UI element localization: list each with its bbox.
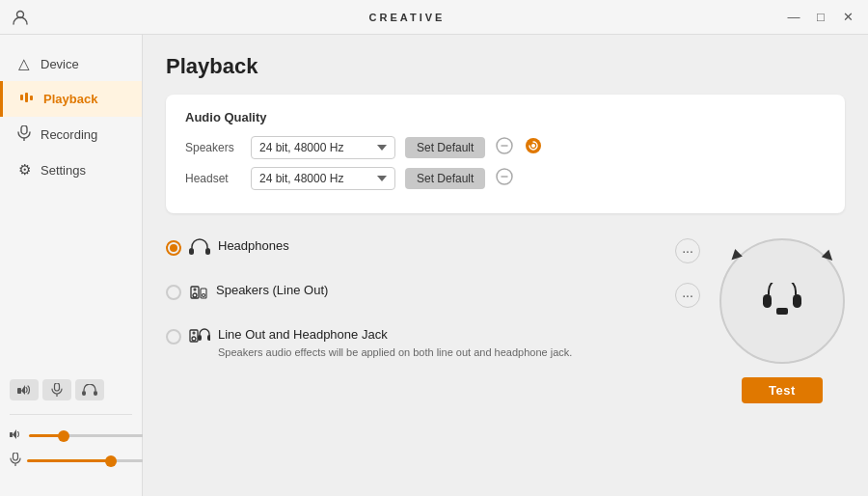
svg-rect-6	[17, 388, 21, 394]
sidebar-label-playback: Playback	[43, 92, 97, 106]
sidebar-item-recording[interactable]: Recording	[0, 117, 142, 152]
svg-point-29	[193, 332, 195, 334]
speakers-active-icon[interactable]	[524, 136, 543, 159]
speaker-center-icon	[761, 283, 803, 319]
headphones-device-name: Headphones	[218, 238, 667, 253]
svg-rect-20	[189, 248, 194, 255]
output-icon-btn[interactable]	[10, 379, 39, 400]
arrow-top-left-icon: ◀	[725, 246, 744, 264]
lineout-headphone-device-desc: Speakers audio effects will be applied o…	[218, 345, 700, 360]
svg-rect-33	[793, 294, 801, 308]
sidebar-label-recording: Recording	[41, 127, 97, 142]
svg-point-23	[193, 293, 197, 297]
headphones-radio[interactable]	[166, 240, 181, 256]
mic-volume-row: 69%	[10, 453, 132, 469]
speakers-quality-row: Speakers 24 bit, 48000 Hz 16 bit, 44100 …	[185, 136, 826, 159]
speakers-quality-select[interactable]: 24 bit, 48000 Hz 16 bit, 44100 Hz 24 bit…	[251, 136, 395, 159]
sidebar-label-device: Device	[41, 57, 79, 71]
headphones-name-wrap: Headphones	[218, 238, 667, 253]
svg-rect-9	[82, 391, 86, 396]
svg-point-28	[192, 337, 196, 341]
profile-button[interactable]	[12, 9, 29, 26]
headphones-device-icon	[189, 238, 210, 261]
audio-quality-title: Audio Quality	[185, 110, 826, 124]
svg-rect-34	[776, 308, 788, 315]
speaker-circle-wrap: ◀ ▶	[719, 238, 845, 364]
headset-set-default-button[interactable]: Set Default	[405, 168, 485, 189]
sidebar-item-device[interactable]: △ Device	[0, 46, 142, 81]
svg-point-26	[203, 294, 205, 297]
speakers-lineout-device-icon	[189, 283, 208, 307]
maximize-button[interactable]: □	[812, 9, 829, 26]
headphones-device-item[interactable]: Headphones ···	[166, 229, 700, 273]
svg-rect-32	[763, 294, 772, 308]
svg-rect-12	[14, 453, 18, 460]
lineout-headphone-device-icon	[189, 327, 210, 351]
speakers-lineout-device-item[interactable]: Speakers (Line Out) ···	[166, 273, 700, 317]
headphone-icon-btn[interactable]	[75, 379, 104, 400]
headphones-more-button[interactable]: ···	[675, 238, 700, 263]
device-section: Headphones ···	[166, 229, 845, 403]
main-content: Playback Audio Quality Speakers 24 bit, …	[143, 35, 868, 496]
svg-rect-3	[30, 96, 33, 100]
svg-point-17	[531, 144, 535, 148]
sidebar-bottom: 26% 69%	[0, 370, 142, 484]
headset-quality-select[interactable]: 24 bit, 48000 Hz 16 bit, 44100 Hz 24 bit…	[251, 167, 395, 190]
audio-quality-card: Audio Quality Speakers 24 bit, 48000 Hz …	[166, 95, 845, 213]
svg-rect-11	[10, 432, 13, 437]
title-bar: CREATIVE — □ ✕	[0, 0, 868, 35]
window-controls: — □ ✕	[785, 9, 856, 26]
svg-point-24	[194, 289, 196, 290]
speaker-volume-icon	[10, 428, 23, 443]
mic-icon-btn[interactable]	[42, 379, 71, 400]
speakers-label: Speakers	[185, 141, 241, 154]
page-title: Playback	[166, 54, 845, 79]
svg-rect-10	[94, 391, 97, 396]
svg-rect-21	[205, 248, 210, 255]
headset-status-icon[interactable]	[495, 167, 514, 190]
title-bar-left	[12, 9, 29, 26]
lineout-headphone-device-name: Line Out and Headphone Jack	[218, 327, 700, 342]
device-list: Headphones ···	[166, 229, 700, 403]
speaker-circle: ◀ ▶	[719, 238, 845, 364]
icon-button-row	[10, 379, 132, 400]
lineout-headphone-device-item[interactable]: Line Out and Headphone Jack Speakers aud…	[166, 317, 700, 370]
svg-rect-7	[55, 383, 60, 391]
lineout-headphone-name-wrap: Line Out and Headphone Jack Speakers aud…	[218, 327, 700, 360]
close-button[interactable]: ✕	[839, 9, 856, 26]
speaker-volume-row: 26%	[10, 428, 132, 443]
headset-quality-row: Headset 24 bit, 48000 Hz 16 bit, 44100 H…	[185, 167, 826, 190]
svg-rect-2	[25, 93, 28, 102]
recording-icon	[15, 125, 33, 144]
svg-rect-1	[20, 95, 23, 100]
speakers-set-default-button[interactable]: Set Default	[405, 137, 485, 158]
speakers-lineout-device-name: Speakers (Line Out)	[216, 283, 667, 297]
minimize-button[interactable]: —	[785, 9, 802, 26]
arrow-top-right-icon: ▶	[821, 246, 839, 264]
settings-icon: ⚙	[15, 161, 33, 179]
speaker-visualizer: ◀ ▶ Test	[719, 229, 845, 403]
speakers-lineout-name-wrap: Speakers (Line Out)	[216, 283, 667, 297]
mic-volume-icon	[10, 453, 21, 469]
mic-volume-slider[interactable]	[27, 459, 151, 462]
sidebar-item-settings[interactable]: ⚙ Settings	[0, 152, 142, 187]
speakers-lineout-more-button[interactable]: ···	[675, 283, 700, 308]
lineout-headphone-radio[interactable]	[166, 329, 181, 344]
speakers-lineout-radio[interactable]	[166, 285, 181, 300]
speaker-volume-slider[interactable]	[29, 434, 153, 437]
svg-rect-31	[207, 335, 210, 341]
device-icon: △	[15, 55, 33, 72]
test-button[interactable]: Test	[742, 377, 823, 403]
sidebar-item-playback[interactable]: Playback	[0, 81, 142, 117]
playback-icon	[18, 90, 36, 108]
speakers-status-icon[interactable]	[495, 136, 514, 159]
sidebar: △ Device Playback Recording	[0, 35, 143, 496]
headphones-radio-inner	[170, 244, 177, 252]
sidebar-label-settings: Settings	[41, 163, 86, 178]
app-body: △ Device Playback Recording	[0, 35, 868, 496]
headset-label: Headset	[185, 172, 241, 185]
app-logo: CREATIVE	[29, 12, 785, 23]
svg-rect-30	[198, 335, 202, 341]
svg-rect-4	[21, 125, 27, 134]
